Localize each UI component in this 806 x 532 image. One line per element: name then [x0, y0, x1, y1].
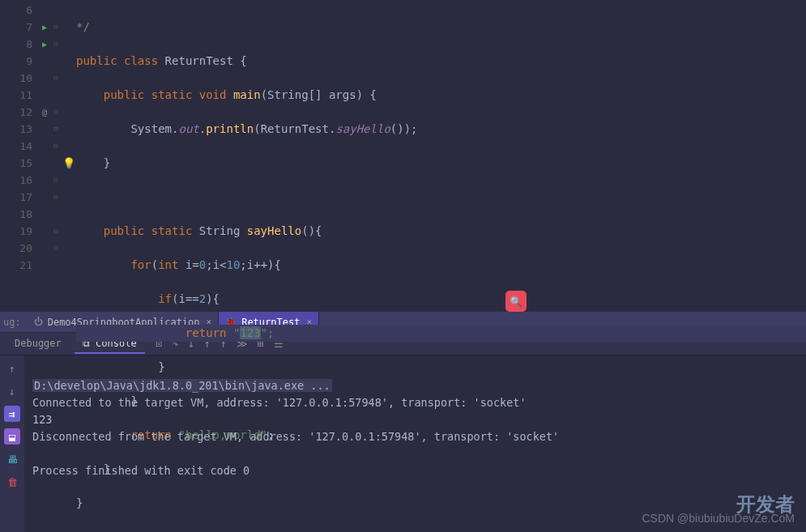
search-icon: 🔍	[510, 296, 522, 308]
fold-icon[interactable]: ⊟	[50, 104, 62, 121]
fold-column: ⊟ ⊟ ⊟ ⊟ ⊟ ⊟ ⊟ ⊟ ⊟ ⊟	[50, 0, 62, 312]
fold-icon[interactable]: ⊟	[50, 121, 62, 138]
fold-end-icon[interactable]: ⊟	[50, 223, 62, 240]
bulb-icon[interactable]: 💡	[62, 155, 75, 172]
debug-label: ug:	[3, 317, 21, 328]
fold-end-icon[interactable]: ⊟	[50, 240, 62, 257]
console-panel: ↑ ↓ ⇉ ⬓ 🖶 🗑 D:\develop\Java\jdk1.8.0_201…	[0, 355, 806, 532]
fold-end-icon[interactable]: ⊟	[50, 189, 62, 206]
code-content[interactable]: */ public class ReturnTest { public stat…	[76, 0, 806, 312]
tab-debugger[interactable]: Debugger	[6, 334, 70, 354]
up-button[interactable]: ↑	[4, 360, 20, 377]
down-button[interactable]: ↓	[4, 383, 20, 399]
fold-icon[interactable]: ⊟	[50, 36, 62, 53]
scroll-end-button[interactable]: ⬓	[4, 428, 20, 445]
console-sidebar: ↑ ↓ ⇉ ⬓ 🖶 🗑	[0, 355, 24, 532]
power-icon: ⏻	[34, 317, 43, 327]
gutter-run-icons: ▶ ▶ @	[39, 0, 50, 312]
fold-end-icon[interactable]: ⊟	[50, 70, 62, 87]
fold-icon[interactable]: ⊟	[50, 19, 62, 36]
search-button[interactable]: 🔍	[505, 291, 527, 312]
clear-button[interactable]: 🗑	[4, 474, 20, 490]
watermark-text: CSDN @biubiubiuDevZe.CoM	[642, 510, 795, 527]
soft-wrap-button[interactable]: ⇉	[4, 406, 20, 422]
override-icon[interactable]: @	[39, 104, 50, 121]
run-icon[interactable]: ▶	[39, 19, 50, 36]
fold-end-icon[interactable]: ⊟	[50, 172, 62, 189]
console-output[interactable]: D:\develop\Java\jdk1.8.0_201\bin\java.ex…	[24, 355, 806, 532]
print-button[interactable]: 🖶	[4, 451, 20, 467]
line-number-gutter: 6 7 8 9 10 11 12 13 14 15 16 17 18 19 20…	[0, 0, 39, 312]
code-editor[interactable]: 6 7 8 9 10 11 12 13 14 15 16 17 18 19 20…	[0, 0, 806, 312]
hint-column: 💡	[62, 0, 76, 312]
fold-icon[interactable]: ⊟	[50, 138, 62, 155]
run-icon[interactable]: ▶	[39, 36, 50, 53]
